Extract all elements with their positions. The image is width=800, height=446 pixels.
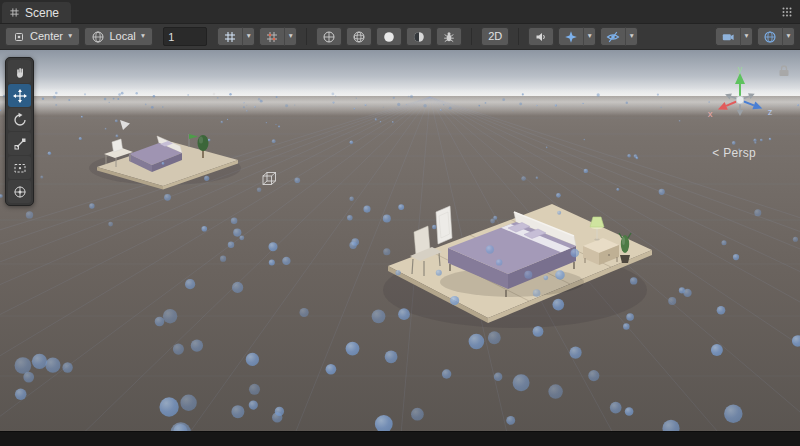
scene-visibility-button[interactable] [600, 27, 625, 46]
speaker-icon [534, 30, 548, 44]
move-tool-button[interactable] [8, 84, 31, 107]
hand-tool-button[interactable] [8, 60, 31, 83]
tab-bar: Scene [0, 0, 800, 24]
half-sphere-icon [412, 30, 426, 44]
camera-control: ▼ [715, 27, 753, 46]
toolbar-separator [306, 28, 307, 45]
orientation-dropdown[interactable]: Local ▼ [84, 27, 153, 46]
transform-tool-button[interactable] [8, 180, 31, 203]
pivot-icon [12, 30, 26, 44]
toolbar-separator [471, 28, 472, 45]
scene-camera-settings-button[interactable] [757, 27, 782, 46]
snap-increment-input[interactable] [163, 27, 207, 46]
scene-gizmo[interactable]: y x z [698, 64, 782, 140]
hand-icon [12, 64, 28, 80]
scene-visibility-dropdown[interactable]: ▼ [625, 27, 638, 46]
shadows-toggle-button[interactable] [406, 27, 432, 46]
move-icon [12, 88, 28, 104]
lock-icon[interactable] [778, 64, 790, 82]
toolbar-separator [518, 28, 519, 45]
scene-toolbar: Center ▼ Local ▼ ▼ [0, 24, 800, 50]
perspective-toggle[interactable]: < Persp [712, 146, 756, 160]
camera-icon [721, 30, 735, 44]
grid-visibility-dropdown[interactable]: ▼ [242, 27, 255, 46]
grid-visibility-control: ▼ [217, 27, 255, 46]
scale-icon [12, 136, 28, 152]
pivot-mode-dropdown[interactable]: Center ▼ [5, 27, 80, 46]
orientation-label: Local [109, 31, 135, 42]
bug-icon [442, 30, 456, 44]
snap-settings-button[interactable] [259, 27, 284, 46]
rect-tool-button[interactable] [8, 156, 31, 179]
scene-view-window: Scene Center ▼ [0, 0, 800, 446]
tab-label: Scene [25, 6, 59, 20]
grid-visibility-button[interactable] [217, 27, 242, 46]
pivot-label: Center [30, 31, 63, 42]
gizmo-center[interactable] [736, 96, 744, 104]
rotate-tool-button[interactable] [8, 108, 31, 131]
shaded-mode-button[interactable] [346, 27, 372, 46]
globe-icon [91, 30, 105, 44]
scene-visibility-control: ▼ [600, 27, 638, 46]
transform-icon [12, 184, 28, 200]
snap-grid-icon [265, 30, 279, 44]
effects-button[interactable] [558, 27, 583, 46]
snap-settings-control: ▼ [259, 27, 297, 46]
camera-button[interactable] [715, 27, 740, 46]
scale-tool-button[interactable] [8, 132, 31, 155]
snap-settings-dropdown[interactable]: ▼ [284, 27, 297, 46]
mode-2d-label: 2D [488, 31, 502, 42]
gizmo-x-label: x [708, 108, 713, 119]
gizmo-z-label: z [768, 106, 773, 117]
debug-mode-button[interactable] [436, 27, 462, 46]
caret-icon: ▼ [140, 33, 146, 40]
distant-sprite [213, 93, 215, 95]
camera-dropdown[interactable]: ▼ [740, 27, 753, 46]
scene-tab-icon [9, 7, 20, 18]
effects-control: ▼ [558, 27, 596, 46]
grid-icon [223, 30, 237, 44]
gizmo-y-label: y [738, 64, 743, 74]
blue-globe-icon [763, 30, 777, 44]
tool-palette [5, 57, 34, 206]
lighting-toggle-button[interactable] [376, 27, 402, 46]
tab-scene[interactable]: Scene [2, 2, 71, 23]
scene-viewport[interactable]: y x z < Persp [0, 50, 800, 446]
light-sphere-icon [382, 30, 396, 44]
rotate-icon [12, 112, 28, 128]
scene-camera-settings-dropdown[interactable]: ▼ [782, 27, 795, 46]
eye-slash-icon [606, 30, 620, 44]
effects-dropdown[interactable]: ▼ [583, 27, 596, 46]
sparkle-icon [564, 30, 578, 44]
mode-2d-button[interactable]: 2D [481, 27, 509, 46]
scene-render[interactable] [0, 50, 800, 446]
window-bottom-edge [0, 431, 800, 446]
draw-mode-button[interactable] [316, 27, 342, 46]
scene-camera-settings-control: ▼ [757, 27, 795, 46]
audio-toggle-button[interactable] [528, 27, 554, 46]
wire-sphere-icon [322, 30, 336, 44]
gizmo-y-cone[interactable] [735, 73, 745, 84]
caret-icon: ▼ [67, 33, 73, 40]
shaded-sphere-icon [352, 30, 366, 44]
window-menu-icon[interactable] [781, 6, 793, 18]
rect-icon [12, 160, 28, 176]
